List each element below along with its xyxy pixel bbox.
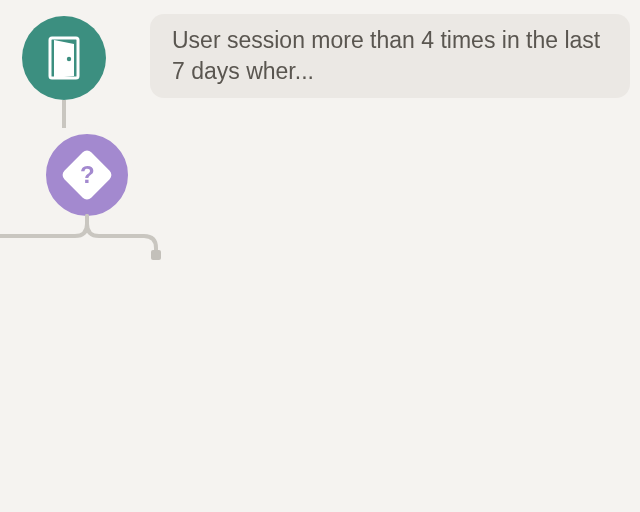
svg-point-1 — [67, 57, 71, 61]
connector-entry-to-condition — [62, 100, 66, 128]
flow-canvas[interactable]: User session more than 4 times in the la… — [0, 0, 640, 512]
entry-node-label-text: User session more than 4 times in the la… — [172, 25, 608, 87]
question-diamond-icon: ? — [60, 148, 114, 202]
connector-condition-branches — [0, 216, 220, 286]
condition-node[interactable]: ? — [40, 128, 134, 222]
entry-node[interactable] — [22, 16, 106, 100]
entry-node-label[interactable]: User session more than 4 times in the la… — [150, 14, 630, 98]
door-icon — [44, 36, 84, 80]
condition-glyph: ? — [80, 163, 95, 187]
branch-end-marker — [151, 250, 161, 260]
